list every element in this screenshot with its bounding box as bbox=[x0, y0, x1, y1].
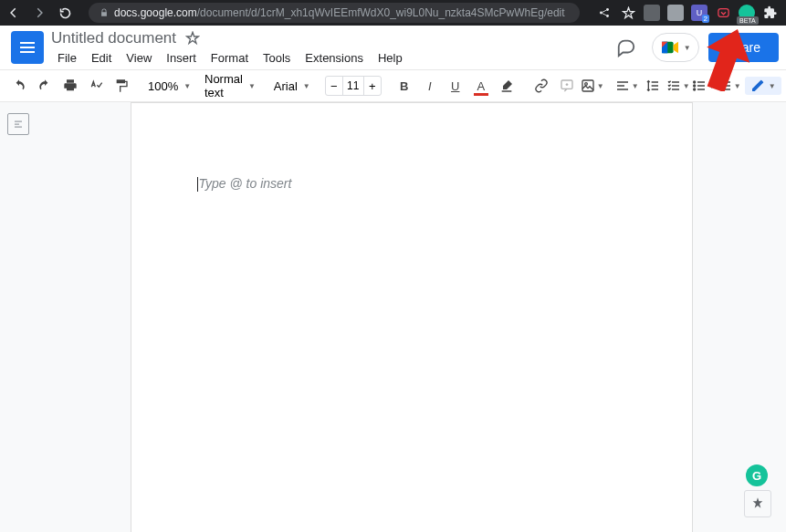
highlight-button[interactable] bbox=[495, 74, 519, 98]
extension-icon-3[interactable]: U2 bbox=[691, 5, 707, 21]
menu-extensions[interactable]: Extensions bbox=[299, 49, 370, 67]
align-button[interactable]: ▼ bbox=[615, 74, 639, 98]
chevron-down-icon: ▼ bbox=[734, 82, 741, 90]
paragraph-style-select[interactable]: Normal text▼ bbox=[201, 72, 259, 99]
svg-point-0 bbox=[600, 12, 603, 15]
text-color-button[interactable]: A bbox=[469, 74, 493, 98]
svg-point-1 bbox=[606, 8, 609, 11]
svg-point-10 bbox=[693, 81, 695, 83]
bookmark-star-icon[interactable] bbox=[620, 5, 636, 21]
underline-button[interactable]: U bbox=[444, 74, 467, 98]
italic-button[interactable]: I bbox=[418, 74, 442, 98]
chevron-down-icon: ▼ bbox=[303, 82, 310, 90]
pencil-icon bbox=[750, 78, 765, 93]
insert-link-button[interactable] bbox=[529, 74, 553, 98]
chevron-down-icon: ▼ bbox=[769, 82, 776, 90]
svg-point-11 bbox=[693, 85, 695, 87]
extension-icon-1[interactable] bbox=[644, 5, 660, 21]
page-url: docs.google.com/document/d/1crM_xh1qWvIE… bbox=[114, 6, 565, 19]
font-size-stepper[interactable]: − + bbox=[325, 76, 382, 96]
docs-logo[interactable] bbox=[11, 31, 44, 64]
font-select[interactable]: Arial▼ bbox=[270, 79, 314, 93]
redo-button[interactable] bbox=[33, 74, 57, 98]
browser-address-bar: docs.google.com/document/d/1crM_xh1qWvIE… bbox=[0, 0, 786, 26]
checklist-button[interactable]: ▼ bbox=[666, 74, 690, 98]
numbered-list-button[interactable]: 123▼ bbox=[718, 74, 741, 98]
url-bar[interactable]: docs.google.com/document/d/1crM_xh1qWvIE… bbox=[89, 3, 580, 23]
insert-image-button[interactable]: ▼ bbox=[581, 74, 604, 98]
grammarly-ext-icon[interactable]: BETA bbox=[739, 5, 755, 21]
svg-point-12 bbox=[693, 89, 695, 90]
zoom-select[interactable]: 100%▼ bbox=[144, 79, 190, 93]
chevron-down-icon: ▼ bbox=[632, 82, 639, 90]
font-size-decrease[interactable]: − bbox=[326, 79, 342, 93]
back-button[interactable] bbox=[7, 6, 20, 19]
document-title[interactable]: Untitled document bbox=[51, 29, 176, 47]
extension-icon-2[interactable] bbox=[667, 5, 684, 21]
font-size-input[interactable] bbox=[342, 77, 364, 95]
comments-button[interactable] bbox=[610, 31, 643, 64]
menu-insert[interactable]: Insert bbox=[160, 49, 203, 67]
menu-help[interactable]: Help bbox=[372, 49, 409, 67]
share-icon[interactable] bbox=[596, 5, 613, 21]
menu-bar: File Edit View Insert Format Tools Exten… bbox=[51, 49, 610, 67]
pocket-icon[interactable] bbox=[715, 5, 731, 21]
paint-format-button[interactable] bbox=[110, 74, 133, 98]
chevron-down-icon: ▼ bbox=[183, 82, 191, 90]
spellcheck-button[interactable] bbox=[84, 74, 108, 98]
menu-file[interactable]: File bbox=[51, 49, 83, 67]
share-button[interactable]: Share bbox=[708, 33, 779, 62]
meet-button[interactable]: ▼ bbox=[652, 33, 699, 62]
star-icon[interactable] bbox=[185, 31, 200, 46]
chevron-down-icon: ▼ bbox=[708, 82, 716, 90]
chevron-down-icon: ▼ bbox=[683, 82, 690, 90]
chevron-down-icon: ▼ bbox=[684, 44, 691, 52]
editor-canvas: Type @ to insert bbox=[0, 102, 786, 532]
document-placeholder: Type @ to insert bbox=[197, 176, 626, 192]
forward-button[interactable] bbox=[33, 6, 46, 19]
menu-view[interactable]: View bbox=[120, 49, 158, 67]
bold-button[interactable]: B bbox=[393, 74, 416, 98]
line-spacing-button[interactable] bbox=[641, 74, 665, 98]
explore-button[interactable] bbox=[744, 490, 771, 517]
chevron-down-icon: ▼ bbox=[597, 82, 604, 90]
menu-format[interactable]: Format bbox=[204, 49, 255, 67]
svg-point-9 bbox=[584, 83, 587, 86]
bullet-list-button[interactable]: ▼ bbox=[692, 74, 716, 98]
font-size-increase[interactable]: + bbox=[364, 79, 381, 93]
document-page[interactable]: Type @ to insert bbox=[131, 102, 693, 532]
reload-button[interactable] bbox=[58, 6, 72, 20]
editing-mode-button[interactable]: ▼ bbox=[745, 77, 781, 95]
extensions-puzzle-icon[interactable] bbox=[762, 5, 779, 21]
menu-edit[interactable]: Edit bbox=[85, 49, 118, 67]
lock-icon bbox=[100, 7, 109, 18]
menu-tools[interactable]: Tools bbox=[257, 49, 297, 67]
svg-rect-8 bbox=[582, 80, 593, 91]
undo-button[interactable] bbox=[7, 74, 31, 98]
docs-header: Untitled document File Edit View Insert … bbox=[0, 26, 786, 69]
svg-rect-3 bbox=[718, 8, 728, 16]
chevron-down-icon: ▼ bbox=[248, 82, 256, 90]
grammarly-float-button[interactable]: G bbox=[746, 464, 768, 486]
svg-point-2 bbox=[606, 15, 609, 17]
outline-toggle-button[interactable] bbox=[7, 113, 29, 135]
print-button[interactable] bbox=[58, 74, 82, 98]
svg-text:3: 3 bbox=[718, 87, 720, 91]
insert-comment-button[interactable] bbox=[555, 74, 579, 98]
formatting-toolbar: 100%▼ Normal text▼ Arial▼ − + B I U A ▼ … bbox=[0, 69, 786, 102]
